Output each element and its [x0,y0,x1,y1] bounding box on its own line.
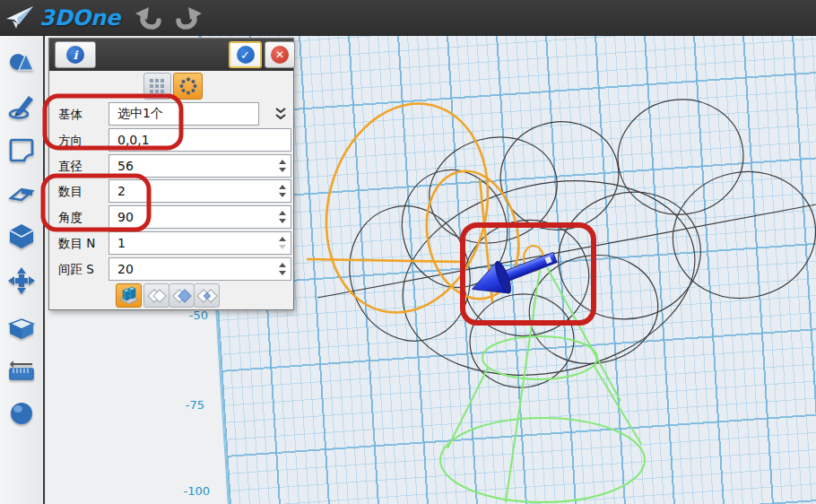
info-icon: i [66,46,84,64]
grid-pattern-icon [150,79,165,94]
solid-cube-icon[interactable] [7,222,36,250]
diamond-mode-2-button[interactable] [169,283,195,308]
left-toolbar [0,36,45,504]
angle-input[interactable] [109,205,291,229]
direction-input[interactable] [109,128,291,152]
app-logo: 3DOne [5,4,120,32]
confirm-button[interactable]: ✓ [229,41,262,68]
move-arrows-icon[interactable] [7,266,36,295]
field-label-count: 数目 [58,179,82,203]
white-blue-diamond-icon [171,288,193,304]
app-title: 3DOne [39,5,120,30]
field-label-direction: 方向 [58,128,82,152]
angle-spinner[interactable] [277,205,288,229]
3d-viewport[interactable]: -50 -75 -100 [47,36,816,504]
redo-arrow-icon[interactable] [172,4,204,32]
diamonds-dots-icon [196,288,218,304]
close-x-icon: ✕ [271,46,289,64]
circular-pattern-icon [179,77,197,95]
direction-arrow[interactable] [466,241,561,305]
spacing-s-spinner[interactable] [277,257,288,281]
two-white-diamonds-icon [146,288,168,304]
field-label-base: 基体 [58,102,82,126]
paper-plane-icon [5,4,36,31]
field-label-diameter: 直径 [58,154,82,178]
diameter-input[interactable] [109,154,291,178]
undo-arrow-icon[interactable] [133,4,165,32]
spacing-s-input[interactable] [109,257,291,281]
app-window: 3DOne [0,0,816,504]
count-input[interactable] [109,179,291,203]
diamond-mode-3-button[interactable] [194,283,220,308]
title-bar: 3DOne [0,0,816,36]
confirm-check-icon: ✓ [237,46,255,64]
count-spinner[interactable] [277,179,288,203]
info-button[interactable]: i [55,41,96,68]
measure-ruler-icon[interactable] [7,356,36,385]
field-label-count-n: 数目 N [58,231,95,255]
dialog-header: i ✓ ✕ [49,39,293,71]
field-label-angle: 角度 [58,205,82,229]
primitive-solids-icon[interactable] [7,48,36,76]
preview-cone-wireframe [440,267,645,502]
sketch-surface-icon[interactable] [7,135,36,164]
base-input[interactable] [109,102,259,126]
pattern-wireframe-circles [317,91,816,401]
count-n-spinner[interactable] [277,231,288,255]
circular-pattern-tab[interactable] [173,73,203,100]
circular-pattern-dialog: i ✓ ✕ [48,38,294,310]
diamond-mode-1-button[interactable] [143,283,169,308]
sketch-pencil-icon[interactable] [7,91,36,120]
pattern-instances-mode-button[interactable] [116,283,142,308]
material-sphere-icon[interactable] [7,399,36,428]
diameter-spinner[interactable] [277,154,288,178]
count-n-input[interactable] [109,231,291,255]
cubes-array-icon [118,286,140,305]
combine-box-icon[interactable] [7,312,36,341]
field-label-spacing-s: 间距 S [58,257,94,281]
expand-chevron-button[interactable] [270,102,291,126]
double-chevron-down-icon [274,107,287,121]
linear-pattern-tab[interactable] [143,73,171,100]
close-button[interactable]: ✕ [265,41,295,68]
special-feature-eraser-icon[interactable] [7,178,36,207]
